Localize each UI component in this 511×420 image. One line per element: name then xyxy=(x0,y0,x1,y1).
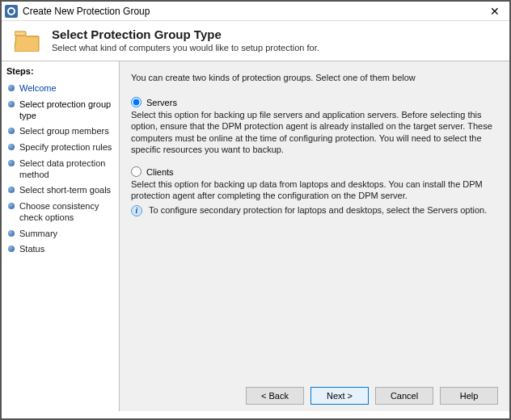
step-item: Select data protection method xyxy=(6,156,116,183)
cancel-button[interactable]: Cancel xyxy=(375,387,433,405)
step-item: Select short-term goals xyxy=(6,183,116,199)
step-bullet-icon xyxy=(8,128,15,134)
option-servers: Servers Select this option for backing u… xyxy=(131,97,498,155)
info-icon: i xyxy=(131,205,142,216)
intro-text: You can create two kinds of protection g… xyxy=(131,73,498,82)
step-label: Status xyxy=(19,244,44,255)
step-item: Status xyxy=(6,242,116,258)
step-label: Select short-term goals xyxy=(19,185,111,196)
steps-sidebar: Steps: WelcomeSelect protection group ty… xyxy=(2,61,119,411)
clients-info-text: To configure secondary protection for la… xyxy=(149,205,487,215)
step-bullet-icon xyxy=(8,160,15,166)
servers-description: Select this option for backing up file s… xyxy=(131,109,498,155)
step-item: Specify protection rules xyxy=(6,140,116,156)
step-bullet-icon xyxy=(8,85,15,91)
titlebar: Create New Protection Group ✕ xyxy=(2,2,509,21)
step-label: Summary xyxy=(19,229,57,240)
radio-clients[interactable]: Clients xyxy=(131,166,498,177)
clients-description: Select this option for backing up data f… xyxy=(131,178,498,202)
clients-info-row: i To configure secondary protection for … xyxy=(131,205,498,216)
step-item: Choose consistency check options xyxy=(6,199,116,226)
step-label[interactable]: Welcome xyxy=(19,83,57,94)
steps-heading: Steps: xyxy=(6,66,116,76)
step-item[interactable]: Welcome xyxy=(6,81,116,97)
step-bullet-icon xyxy=(8,187,15,193)
app-icon xyxy=(5,5,18,18)
step-label: Select protection group type xyxy=(19,99,116,122)
window-title: Create New Protection Group xyxy=(23,6,484,17)
radio-servers[interactable]: Servers xyxy=(131,97,498,107)
close-button[interactable]: ✕ xyxy=(484,3,506,19)
step-label: Select group members xyxy=(19,126,109,137)
radio-servers-label: Servers xyxy=(146,98,177,107)
step-bullet-icon xyxy=(8,144,15,150)
back-button[interactable]: < Back xyxy=(246,387,304,405)
option-clients: Clients Select this option for backing u… xyxy=(131,166,498,216)
main-panel: You can create two kinds of protection g… xyxy=(119,61,509,411)
step-label: Specify protection rules xyxy=(19,142,112,153)
step-item: Summary xyxy=(6,226,116,242)
next-button[interactable]: Next > xyxy=(310,387,369,405)
step-bullet-icon xyxy=(8,246,15,252)
step-bullet-icon xyxy=(8,101,15,107)
step-label: Select data protection method xyxy=(19,158,116,181)
page-title: Select Protection Group Type xyxy=(52,27,319,41)
radio-clients-label: Clients xyxy=(146,167,174,177)
step-item: Select protection group type xyxy=(6,97,116,124)
radio-clients-input[interactable] xyxy=(131,166,141,177)
step-item: Select group members xyxy=(6,124,116,140)
folder-icon xyxy=(15,29,40,52)
button-bar: < Back Next > Cancel Help xyxy=(131,379,498,405)
step-label: Choose consistency check options xyxy=(19,201,116,224)
help-button[interactable]: Help xyxy=(440,387,498,405)
radio-servers-input[interactable] xyxy=(131,97,141,107)
wizard-header: Select Protection Group Type Select what… xyxy=(2,21,509,61)
step-bullet-icon xyxy=(8,230,15,237)
step-bullet-icon xyxy=(8,203,15,209)
svg-rect-0 xyxy=(15,32,26,36)
page-subtitle: Select what kind of computers you would … xyxy=(52,43,319,52)
